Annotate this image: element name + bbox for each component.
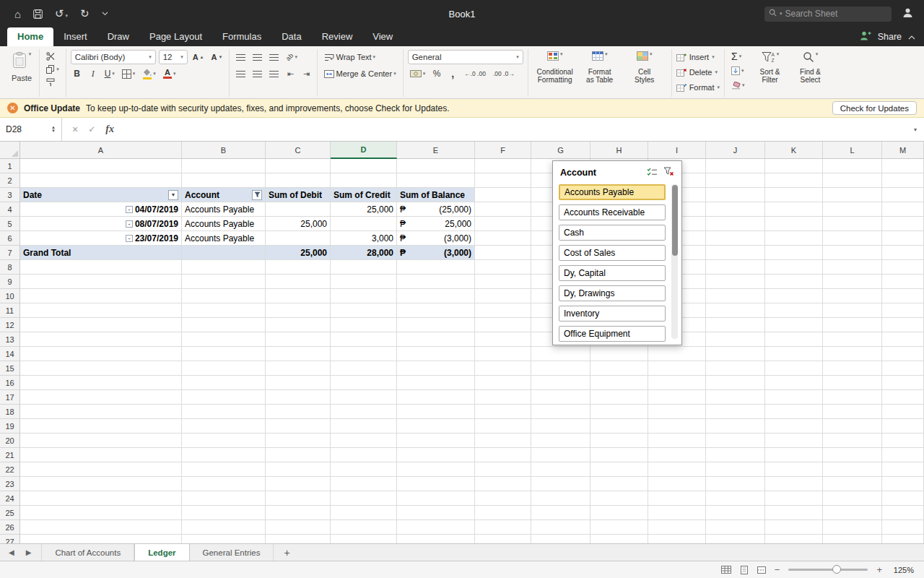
- autosum-button[interactable]: Σ▾: [729, 50, 747, 63]
- filter-item-cash[interactable]: Cash: [559, 225, 666, 241]
- row-header-6[interactable]: 6: [0, 231, 20, 246]
- cell-b16[interactable]: [182, 376, 266, 390]
- cell-g19[interactable]: [531, 419, 590, 434]
- cell-m25[interactable]: [882, 506, 924, 520]
- cell-k18[interactable]: [765, 405, 823, 419]
- cell-h26[interactable]: [590, 520, 648, 535]
- cell-b13[interactable]: [182, 332, 266, 347]
- cell-c18[interactable]: [266, 405, 331, 419]
- cell-m9[interactable]: [882, 275, 924, 289]
- cell-e18[interactable]: [397, 405, 475, 419]
- cell-a7[interactable]: Grand Total: [20, 246, 182, 260]
- cell-l24[interactable]: [823, 491, 882, 506]
- cell-b24[interactable]: [182, 491, 266, 506]
- cell-b15[interactable]: [182, 361, 266, 376]
- cell-e5[interactable]: ₱25,000: [397, 217, 475, 231]
- increase-decimal-button[interactable]: ←.0 .00: [462, 67, 488, 81]
- cell-l17[interactable]: [823, 390, 882, 405]
- column-header-b[interactable]: B: [182, 142, 266, 159]
- cell-a3[interactable]: Date▼: [20, 188, 182, 202]
- cell-k14[interactable]: [765, 347, 823, 361]
- font-size-select[interactable]: 12▾: [159, 50, 188, 64]
- cell-a4[interactable]: -04/07/2019: [20, 202, 182, 217]
- cell-f7[interactable]: [475, 246, 531, 260]
- cell-f2[interactable]: [475, 173, 531, 188]
- cell-j5[interactable]: [706, 217, 765, 231]
- cell-i26[interactable]: [648, 520, 706, 535]
- clear-filter-icon[interactable]: [663, 167, 674, 178]
- cell-k27[interactable]: [765, 535, 823, 543]
- cell-c6[interactable]: [266, 231, 331, 246]
- cell-c12[interactable]: [266, 318, 331, 332]
- cell-b9[interactable]: [182, 275, 266, 289]
- cell-b21[interactable]: [182, 448, 266, 462]
- cell-l6[interactable]: [823, 231, 882, 246]
- cell-m8[interactable]: [882, 260, 924, 275]
- cell-j6[interactable]: [706, 231, 765, 246]
- format-cells-button[interactable]: Format▾: [676, 80, 720, 94]
- cell-l11[interactable]: [823, 303, 882, 318]
- cell-f24[interactable]: [475, 491, 531, 506]
- zoom-out-button[interactable]: −: [775, 564, 780, 575]
- collapse-ribbon-icon[interactable]: [908, 32, 915, 42]
- cell-m17[interactable]: [882, 390, 924, 405]
- cell-e20[interactable]: [397, 434, 475, 448]
- cell-e7[interactable]: ₱(3,000): [397, 246, 475, 260]
- find-select-button[interactable]: ▾ Find &Select: [793, 50, 828, 92]
- sheet-tab-chart-of-accounts[interactable]: Chart of Accounts: [41, 544, 134, 561]
- filter-item-inventory[interactable]: Inventory: [559, 306, 666, 322]
- cell-b23[interactable]: [182, 477, 266, 491]
- cell-l7[interactable]: [823, 246, 882, 260]
- cell-d16[interactable]: [331, 376, 397, 390]
- format-painter-button[interactable]: [44, 76, 61, 88]
- font-color-button[interactable]: A▾: [161, 67, 178, 81]
- cell-a13[interactable]: [20, 332, 182, 347]
- cell-e9[interactable]: [397, 275, 475, 289]
- column-header-d[interactable]: D: [331, 142, 397, 159]
- bold-button[interactable]: B: [71, 67, 84, 81]
- cell-j16[interactable]: [706, 376, 765, 390]
- tab-view[interactable]: View: [362, 27, 403, 46]
- align-middle-button[interactable]: [250, 51, 264, 64]
- cell-j8[interactable]: [706, 260, 765, 275]
- cell-c14[interactable]: [266, 347, 331, 361]
- cell-i25[interactable]: [648, 506, 706, 520]
- cell-d1[interactable]: [331, 159, 397, 173]
- cell-k21[interactable]: [765, 448, 823, 462]
- cell-m14[interactable]: [882, 347, 924, 361]
- conditional-formatting-button[interactable]: ▾ ConditionalFormatting: [533, 50, 578, 97]
- cell-d27[interactable]: [331, 535, 397, 543]
- cell-e2[interactable]: [397, 173, 475, 188]
- cell-d26[interactable]: [331, 520, 397, 535]
- column-header-k[interactable]: K: [765, 142, 823, 159]
- cell-a27[interactable]: [20, 535, 182, 543]
- cell-a9[interactable]: [20, 275, 182, 289]
- cell-c17[interactable]: [266, 390, 331, 405]
- orientation-button[interactable]: ab▾: [284, 51, 300, 64]
- cell-m10[interactable]: [882, 289, 924, 303]
- cell-c23[interactable]: [266, 477, 331, 491]
- cell-c22[interactable]: [266, 462, 331, 477]
- cell-c16[interactable]: [266, 376, 331, 390]
- cell-l21[interactable]: [823, 448, 882, 462]
- cell-g24[interactable]: [531, 491, 590, 506]
- cell-d19[interactable]: [331, 419, 397, 434]
- cell-e13[interactable]: [397, 332, 475, 347]
- cell-k5[interactable]: [765, 217, 823, 231]
- cell-l4[interactable]: [823, 202, 882, 217]
- cell-b27[interactable]: [182, 535, 266, 543]
- filter-item-accounts-receivable[interactable]: Accounts Receivable: [559, 204, 666, 220]
- cell-b8[interactable]: [182, 260, 266, 275]
- cell-e14[interactable]: [397, 347, 475, 361]
- cell-l23[interactable]: [823, 477, 882, 491]
- number-format-select[interactable]: General▾: [408, 50, 523, 64]
- sheet-tab-general-entries[interactable]: General Entries: [190, 544, 274, 561]
- cell-a19[interactable]: [20, 419, 182, 434]
- cell-i18[interactable]: [648, 405, 706, 419]
- row-header-27[interactable]: 27: [0, 535, 20, 543]
- cell-l8[interactable]: [823, 260, 882, 275]
- format-as-table-button[interactable]: ▾ Formatas Table: [578, 50, 622, 97]
- cell-a6[interactable]: -23/07/2019: [20, 231, 182, 246]
- cell-k22[interactable]: [765, 462, 823, 477]
- cell-k8[interactable]: [765, 260, 823, 275]
